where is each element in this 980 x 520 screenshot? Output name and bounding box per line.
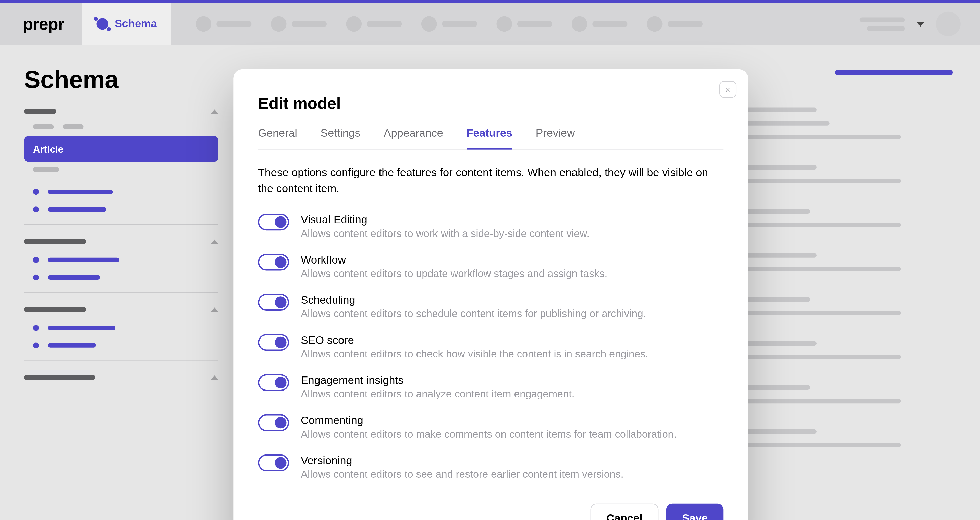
sidebar-link[interactable] — [24, 274, 218, 281]
dialog-description: These options configure the features for… — [258, 165, 718, 197]
tab-features[interactable]: Features — [466, 127, 512, 150]
feature-seo-score: SEO score Allows content editors to chec… — [258, 334, 723, 360]
sidebar-link[interactable] — [24, 189, 218, 195]
feature-title: SEO score — [301, 334, 648, 347]
feature-title: Commenting — [301, 414, 676, 428]
sidebar-item-label: Article — [33, 144, 64, 154]
feature-title: Visual Editing — [301, 214, 590, 227]
feature-desc: Allows content editors to schedule conte… — [301, 308, 646, 320]
feature-desc: Allows content editors to make comments … — [301, 429, 676, 441]
dialog-footer: Cancel Save — [258, 504, 723, 520]
feature-desc: Allows content editors to work with a si… — [301, 228, 590, 240]
feature-desc: Allows content editors to see and restor… — [301, 469, 624, 480]
cancel-button[interactable]: Cancel — [590, 504, 659, 520]
page-title: Schema — [24, 66, 118, 94]
tab-preview[interactable]: Preview — [536, 127, 575, 150]
sidebar-group-header[interactable] — [24, 375, 218, 380]
tab-appearance[interactable]: Appearance — [383, 127, 443, 150]
cancel-button-label: Cancel — [606, 512, 643, 520]
sidebar-link[interactable] — [24, 257, 218, 263]
toggle-visual-editing[interactable] — [258, 214, 289, 231]
nav-tab-schema[interactable]: Schema — [82, 3, 171, 45]
toggle-engagement[interactable] — [258, 374, 289, 391]
chevron-up-icon — [210, 375, 218, 380]
avatar[interactable] — [936, 12, 961, 36]
chevron-down-icon[interactable] — [916, 22, 924, 26]
schema-icon — [97, 18, 108, 30]
sidebar-item-placeholder[interactable] — [24, 167, 218, 172]
top-accent-strip — [0, 0, 980, 3]
feature-scheduling: Scheduling Allows content editors to sch… — [258, 294, 723, 320]
toggle-seo-score[interactable] — [258, 334, 289, 351]
app-logo: prepr — [23, 14, 64, 34]
page-content: Schema Article — [0, 45, 980, 520]
feature-desc: Allows content editors to update workflo… — [301, 268, 608, 280]
save-button-label: Save — [682, 512, 708, 520]
nav-tab-label: Schema — [115, 17, 157, 30]
app-header: prepr Schema — [0, 3, 980, 45]
feature-title: Workflow — [301, 254, 608, 267]
sidebar-group-header[interactable] — [24, 102, 218, 120]
feature-desc: Allows content editors to check how visi… — [301, 349, 648, 360]
feature-workflow: Workflow Allows content editors to updat… — [258, 254, 723, 280]
save-button[interactable]: Save — [667, 504, 724, 520]
sidebar-group-header[interactable] — [24, 307, 218, 312]
tab-general[interactable]: General — [258, 127, 298, 150]
feature-title: Versioning — [301, 455, 624, 468]
close-icon: × — [725, 84, 730, 94]
chevron-up-icon — [210, 307, 218, 312]
sidebar-group-header[interactable] — [24, 239, 218, 244]
sidebar-item-article[interactable]: Article — [24, 136, 218, 162]
header-right-controls — [859, 3, 961, 45]
dialog-title: Edit model — [258, 94, 723, 113]
close-button[interactable]: × — [719, 81, 736, 98]
feature-title: Engagement insights — [301, 374, 574, 387]
sidebar-link[interactable] — [24, 206, 218, 212]
chevron-up-icon — [210, 109, 218, 114]
header-placeholder-nav — [196, 16, 703, 32]
feature-versioning: Versioning Allows content editors to see… — [258, 455, 723, 481]
sidebar: Article — [24, 102, 218, 393]
right-panel-placeholder — [746, 70, 959, 456]
sidebar-divider — [24, 360, 218, 361]
toggle-workflow[interactable] — [258, 254, 289, 271]
tab-settings[interactable]: Settings — [321, 127, 360, 150]
sidebar-link[interactable] — [24, 342, 218, 348]
feature-desc: Allows content editors to analyze conten… — [301, 389, 574, 400]
feature-commenting: Commenting Allows content editors to mak… — [258, 414, 723, 441]
toggle-scheduling[interactable] — [258, 294, 289, 311]
sidebar-subheader — [24, 124, 218, 130]
edit-model-dialog: × Edit model General Settings Appearance… — [233, 69, 748, 520]
feature-engagement: Engagement insights Allows content edito… — [258, 374, 723, 400]
toggle-versioning[interactable] — [258, 455, 289, 472]
sidebar-link[interactable] — [24, 325, 218, 331]
dialog-tabs: General Settings Appearance Features Pre… — [258, 127, 723, 150]
chevron-up-icon — [210, 239, 218, 244]
feature-visual-editing: Visual Editing Allows content editors to… — [258, 214, 723, 240]
sidebar-divider — [24, 292, 218, 293]
toggle-commenting[interactable] — [258, 414, 289, 431]
sidebar-divider — [24, 224, 218, 225]
feature-title: Scheduling — [301, 294, 646, 307]
